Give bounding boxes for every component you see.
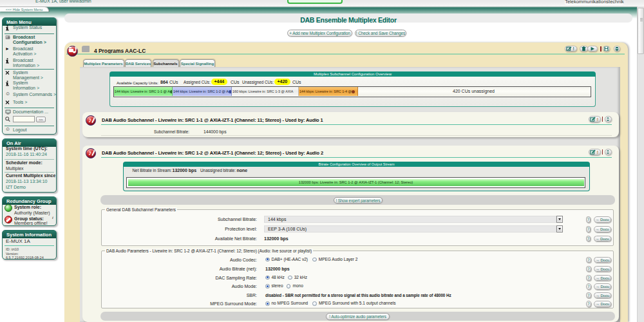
svg-text:!: ! (597, 117, 598, 122)
svg-text:!: ! (597, 150, 598, 155)
svg-text:!: ! (573, 46, 574, 51)
